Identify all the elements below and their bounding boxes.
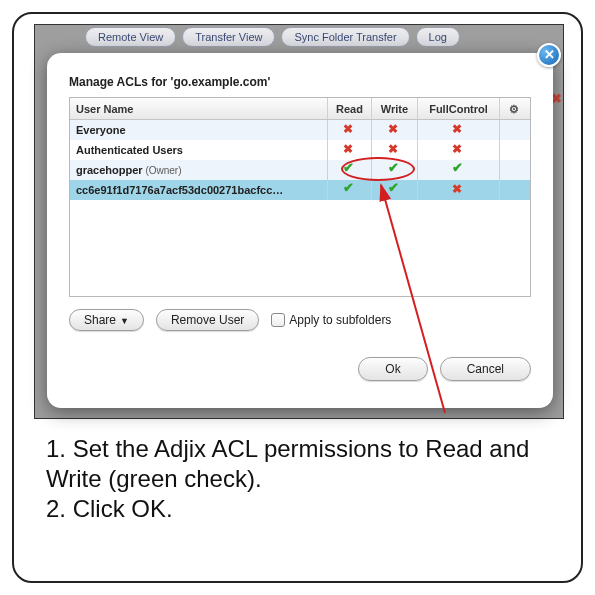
check-icon [388, 163, 402, 177]
table-row[interactable]: Everyone [70, 120, 530, 140]
gear-icon: ⚙ [509, 103, 519, 115]
bg-tab: Sync Folder Transfer [281, 27, 409, 47]
check-icon [388, 183, 402, 197]
table-header: User Name Read Write FullControl ⚙ [70, 98, 530, 120]
tutorial-card: Remote View Transfer View Sync Folder Tr… [12, 12, 583, 583]
cell-read[interactable] [328, 140, 372, 160]
checkbox-icon [271, 313, 285, 327]
x-icon [343, 123, 357, 137]
apply-subfolders-label: Apply to subfolders [289, 313, 391, 327]
apply-subfolders-checkbox[interactable]: Apply to subfolders [271, 313, 391, 327]
x-icon [388, 143, 402, 157]
cell-full[interactable] [418, 140, 500, 160]
x-icon [343, 143, 357, 157]
x-icon [452, 143, 466, 157]
cell-gear [500, 180, 528, 200]
cell-read[interactable] [328, 120, 372, 140]
col-settings[interactable]: ⚙ [500, 98, 528, 119]
check-icon [343, 183, 357, 197]
cell-full[interactable] [418, 120, 500, 140]
remove-user-button[interactable]: Remove User [156, 309, 259, 331]
table-body: EveryoneAuthenticated Usersgracehopper (… [70, 120, 530, 200]
cell-write[interactable] [372, 120, 418, 140]
close-icon[interactable]: ✕ [537, 43, 561, 67]
table-row[interactable]: gracehopper (Owner) [70, 160, 530, 180]
instruction-text: 1. Set the Adjix ACL permissions to Read… [46, 434, 566, 524]
bg-tab: Log [416, 27, 460, 47]
cell-read[interactable] [328, 180, 372, 200]
dialog-buttons: Ok Cancel [358, 357, 531, 381]
x-icon [452, 183, 466, 197]
cell-gear [500, 120, 528, 140]
bg-tab: Remote View [85, 27, 176, 47]
cell-gear [500, 140, 528, 160]
col-write[interactable]: Write [372, 98, 418, 119]
acl-table: User Name Read Write FullControl ⚙ Every… [69, 97, 531, 297]
cell-full[interactable] [418, 160, 500, 180]
table-row[interactable]: Authenticated Users [70, 140, 530, 160]
check-icon [343, 163, 357, 177]
check-icon [452, 163, 466, 177]
x-icon [388, 123, 402, 137]
table-row[interactable]: cc6e91f1d7176a7acf53dc00271bacfcc… [70, 180, 530, 200]
col-user-name[interactable]: User Name [70, 98, 328, 119]
cell-gear [500, 160, 528, 180]
cell-user-name: Authenticated Users [70, 140, 328, 160]
cell-full[interactable] [418, 180, 500, 200]
screenshot-region: Remote View Transfer View Sync Folder Tr… [34, 24, 564, 419]
cell-write[interactable] [372, 140, 418, 160]
share-button[interactable]: Share▼ [69, 309, 144, 331]
instruction-line-1: 1. Set the Adjix ACL permissions to Read… [46, 434, 566, 494]
background-tabs: Remote View Transfer View Sync Folder Tr… [85, 27, 466, 47]
bg-tab: Transfer View [182, 27, 275, 47]
dialog-title: Manage ACLs for 'go.example.com' [69, 75, 270, 89]
cell-write[interactable] [372, 160, 418, 180]
cell-user-name: cc6e91f1d7176a7acf53dc00271bacfcc… [70, 180, 328, 200]
cell-user-name: Everyone [70, 120, 328, 140]
x-icon [452, 123, 466, 137]
cell-write[interactable] [372, 180, 418, 200]
col-read[interactable]: Read [328, 98, 372, 119]
cell-read[interactable] [328, 160, 372, 180]
chevron-down-icon: ▼ [120, 316, 129, 326]
cancel-button[interactable]: Cancel [440, 357, 531, 381]
col-full-control[interactable]: FullControl [418, 98, 500, 119]
cell-user-name: gracehopper (Owner) [70, 160, 328, 180]
action-row: Share▼ Remove User Apply to subfolders [69, 309, 391, 331]
instruction-line-2: 2. Click OK. [46, 494, 566, 524]
ok-button[interactable]: Ok [358, 357, 427, 381]
share-label: Share [84, 313, 116, 327]
acl-dialog: ✕ Manage ACLs for 'go.example.com' User … [47, 53, 553, 408]
